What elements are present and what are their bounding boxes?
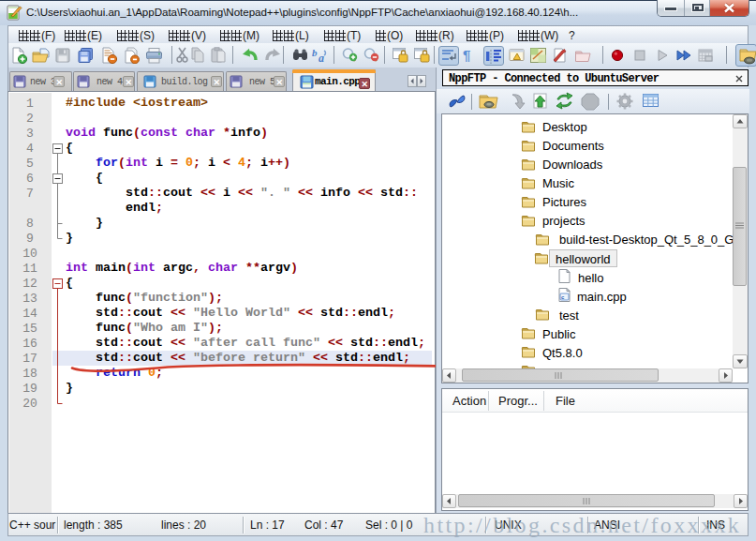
svg-text:b: b [312,47,318,58]
svg-text:a: a [319,52,324,64]
svg-text:¶: ¶ [463,47,470,63]
